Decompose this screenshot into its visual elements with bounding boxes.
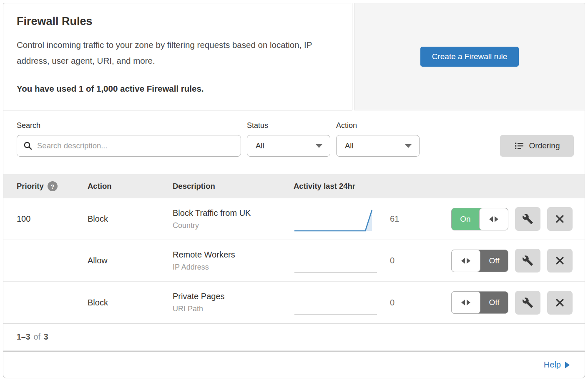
help-link-label: Help [544, 360, 561, 370]
search-label: Search [17, 121, 241, 130]
pagination-bar: 1–3 of 3 [3, 323, 585, 350]
priority-value: 100 [17, 214, 88, 224]
usage-summary: You have used 1 of 1,000 active Firewall… [17, 84, 339, 94]
delete-rule-button[interactable] [547, 291, 573, 315]
toggle-handle-icon[interactable] [479, 208, 508, 230]
rule-enabled-toggle[interactable]: On [451, 208, 508, 230]
close-icon [555, 298, 565, 308]
status-select[interactable]: All [247, 135, 330, 157]
action-selected-value: All [345, 141, 354, 150]
rule-match-type: URI Path [173, 305, 294, 313]
chevron-down-icon [316, 144, 322, 148]
activity-sparkline [294, 291, 379, 317]
row-controls: On [451, 207, 585, 231]
close-icon [555, 214, 565, 224]
header-section: Firewall Rules Control incoming traffic … [3, 3, 585, 110]
row-controls: Off [451, 291, 585, 315]
activity-cell: 61 [294, 198, 451, 240]
pagination-of: of [34, 332, 40, 342]
status-selected-value: All [256, 141, 264, 150]
rule-match-type: IP Address [173, 263, 294, 272]
status-filter-group: Status All [247, 121, 330, 157]
column-header-description: Description [173, 182, 294, 191]
search-box[interactable] [17, 135, 241, 157]
wrench-icon [522, 297, 533, 308]
priority-header-label: Priority [17, 182, 44, 191]
wrench-icon [522, 255, 533, 266]
search-input[interactable] [37, 141, 235, 150]
activity-count: 61 [390, 214, 399, 224]
action-value: Block [88, 214, 173, 224]
priority-help-icon[interactable]: ? [48, 181, 58, 191]
create-firewall-rule-button[interactable]: Create a Firewall rule [420, 47, 519, 67]
action-header-label: Action [88, 182, 112, 191]
firewall-rules-page: Firewall Rules Control incoming traffic … [0, 0, 588, 381]
toggle-handle-icon[interactable] [451, 291, 480, 314]
description-header-label: Description [173, 182, 215, 191]
row-controls: Off [451, 249, 585, 272]
activity-sparkline [294, 207, 379, 233]
chevron-down-icon [405, 144, 412, 148]
create-rule-panel: Create a Firewall rule [354, 3, 585, 110]
edit-rule-button[interactable] [515, 249, 540, 272]
rule-description: Remote Workers [173, 250, 294, 260]
toggle-state-label: Off [480, 292, 508, 313]
column-header-priority: Priority ? [17, 181, 88, 191]
delete-rule-button[interactable] [547, 249, 573, 272]
table-row: 100 Block Block Traffic from UK Country … [3, 198, 585, 240]
activity-cell: 0 [294, 240, 451, 281]
status-label: Status [247, 121, 330, 130]
description-cell: Private Pages URI Path [173, 292, 294, 313]
ordering-button[interactable]: Ordering [500, 135, 574, 157]
filter-bar: Search Status All Action All [3, 110, 585, 174]
rule-match-type: Country [173, 221, 294, 230]
page-title: Firewall Rules [17, 15, 339, 28]
activity-header-label: Activity last 24hr [294, 182, 355, 191]
help-link[interactable]: Help [544, 360, 570, 370]
close-icon [555, 255, 565, 266]
edit-rule-button[interactable] [515, 207, 540, 231]
page-description: Control incoming traffic to your zone by… [17, 37, 338, 69]
delete-rule-button[interactable] [547, 207, 573, 231]
list-ordering-icon [514, 141, 524, 151]
rules-card: Search Status All Action All [3, 110, 585, 350]
rule-enabled-toggle[interactable]: Off [451, 291, 508, 314]
rule-description: Private Pages [173, 292, 294, 301]
table-row: Block Private Pages URI Path 0 Off [3, 282, 585, 323]
toggle-state-label: Off [480, 250, 508, 272]
table-row: Allow Remote Workers IP Address 0 Off [3, 240, 585, 282]
help-arrow-icon [565, 362, 570, 368]
search-icon [23, 141, 33, 151]
pagination-range: 1–3 [17, 332, 30, 342]
activity-cell: 0 [294, 282, 451, 323]
action-select[interactable]: All [336, 135, 420, 157]
description-cell: Block Traffic from UK Country [173, 208, 294, 230]
rule-enabled-toggle[interactable]: Off [451, 250, 508, 272]
ordering-button-label: Ordering [529, 141, 560, 150]
wrench-icon [522, 213, 533, 225]
action-value: Block [88, 298, 173, 308]
action-filter-group: Action All [336, 121, 420, 157]
intro-card: Firewall Rules Control incoming traffic … [3, 3, 352, 110]
toggle-handle-icon[interactable] [451, 250, 480, 272]
activity-sparkline [294, 249, 379, 275]
help-footer: Help [3, 351, 585, 378]
pagination-total: 3 [44, 332, 48, 342]
table-header-row: Priority ? Action Description Activity l… [3, 174, 585, 198]
action-value: Allow [88, 256, 173, 265]
rule-description: Block Traffic from UK [173, 208, 294, 218]
action-label: Action [336, 121, 420, 130]
column-header-activity: Activity last 24hr [294, 182, 451, 191]
edit-rule-button[interactable] [515, 291, 540, 315]
column-header-action: Action [88, 182, 173, 191]
search-group: Search [17, 121, 241, 157]
activity-count: 0 [390, 298, 395, 308]
toggle-state-label: On [452, 208, 479, 230]
activity-count: 0 [390, 256, 395, 265]
description-cell: Remote Workers IP Address [173, 250, 294, 272]
